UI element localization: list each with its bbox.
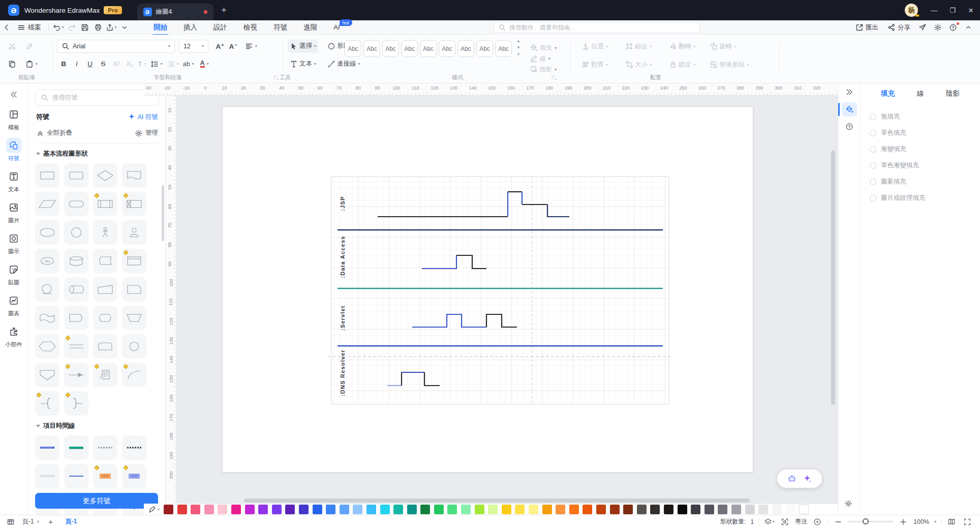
color-swatch[interactable] — [718, 505, 727, 514]
color-swatch[interactable] — [313, 505, 322, 514]
radio-icon[interactable] — [870, 195, 876, 201]
cut-button[interactable] — [6, 40, 18, 53]
shape-brace-left[interactable]: text — [35, 391, 59, 416]
color-swatch[interactable] — [637, 505, 647, 514]
color-swatch[interactable] — [164, 505, 173, 514]
shape-timeline-dashed-black[interactable] — [122, 435, 146, 460]
collapse-ribbon-button[interactable] — [962, 21, 975, 34]
style-preset-5[interactable]: Abc — [420, 40, 437, 57]
shape-arrow-connector[interactable] — [64, 363, 88, 387]
ribbon-tab-AI[interactable]: AIhot — [325, 20, 348, 35]
layers-button[interactable]: ▾ — [763, 517, 775, 527]
shape-timeline-bar-light[interactable] — [35, 464, 59, 488]
bold-button[interactable]: B — [57, 58, 70, 70]
style-preset-6[interactable]: Abc — [439, 40, 455, 57]
new-tab-button[interactable]: + — [217, 3, 232, 18]
symbol-search-input[interactable]: 搜尋符號 — [35, 90, 159, 106]
ribbon-tab-開始[interactable]: 開始 — [145, 20, 175, 35]
underline-button[interactable]: U — [83, 58, 97, 70]
sidebar-item-貼圖[interactable]: 貼圖 — [1, 259, 26, 290]
quick-export-button[interactable]: ▾ — [105, 21, 118, 34]
section-header-基本流程圖形狀[interactable]: 基本流程圖形狀 — [36, 150, 158, 158]
color-swatch[interactable] — [502, 505, 511, 514]
color-swatch[interactable] — [272, 505, 282, 514]
color-swatch[interactable] — [758, 505, 768, 514]
redo-button[interactable] — [65, 21, 78, 34]
italic-button[interactable]: I — [70, 58, 83, 70]
text-tool[interactable]: 文本▾ — [288, 57, 318, 71]
line-spacing-button[interactable]: ▾ — [148, 57, 165, 71]
rotate-button[interactable]: 旋轉▾ — [708, 40, 760, 53]
fill-panel-tab-陰影[interactable]: 陰影 — [946, 89, 960, 98]
palette-pen-button[interactable]: ▾ — [148, 506, 160, 514]
color-swatch[interactable] — [488, 505, 498, 514]
timing-diagram[interactable]: :JSP:Data Access:Servlet:DNS Resolver — [327, 175, 673, 405]
format-painter-button[interactable] — [23, 40, 36, 53]
shape-manual-operation[interactable] — [93, 277, 117, 302]
color-swatch[interactable] — [678, 505, 687, 514]
shape-title-rect[interactable] — [122, 249, 146, 273]
ribbon-tab-檢視[interactable]: 檢視 — [235, 20, 265, 35]
shape-person[interactable] — [93, 220, 117, 245]
page-grid-icon[interactable] — [5, 517, 16, 527]
canvas-vertical-scrollbar[interactable] — [831, 151, 835, 405]
color-swatch[interactable] — [461, 505, 471, 514]
shape-document[interactable] — [122, 163, 146, 188]
more-symbols-button[interactable]: 更多符號 — [35, 493, 158, 509]
style-dialog-launcher-icon[interactable] — [551, 75, 557, 80]
text-align-button[interactable]: ▾ — [243, 40, 259, 53]
focus-button[interactable]: 專注 — [795, 517, 807, 526]
shadow-button[interactable]: 陰影▾ — [530, 65, 557, 74]
expand-panel-button[interactable] — [838, 83, 861, 101]
color-swatch[interactable] — [475, 505, 484, 514]
style-preset-4[interactable]: Abc — [401, 40, 418, 57]
shape-timeline-dashed-gray[interactable] — [93, 435, 117, 460]
shape-horizontal-cylinder[interactable] — [64, 277, 88, 302]
back-button[interactable] — [0, 21, 13, 34]
shape-ellipse[interactable] — [35, 220, 59, 245]
shape-brace-right[interactable]: text — [64, 391, 88, 416]
radio-icon[interactable] — [870, 162, 876, 169]
shape-flag-wave[interactable] — [35, 306, 59, 330]
color-swatch[interactable] — [326, 505, 335, 514]
collapse-all-button[interactable]: 全部折疊 — [36, 129, 72, 137]
document-tab[interactable]: Ə 繪圖4 — [137, 4, 213, 20]
save-button[interactable] — [78, 21, 91, 34]
shape-off-page[interactable] — [122, 277, 146, 302]
style-more-icon[interactable]: ⇟ — [517, 52, 520, 56]
canvas[interactable]: :JSP:Data Access:Servlet:DNS Resolver — [177, 96, 838, 504]
minimize-button[interactable]: — — [925, 0, 943, 20]
fill-option-圖片或紋理填充[interactable]: 圖片或紋理填充 — [870, 191, 975, 204]
color-swatch[interactable] — [218, 505, 227, 514]
color-swatch[interactable] — [705, 505, 714, 514]
canvas-horizontal-scrollbar[interactable] — [244, 498, 750, 503]
shape-stadium[interactable] — [64, 192, 88, 216]
color-swatch[interactable] — [515, 505, 525, 514]
section-header-項目時間線[interactable]: 項目時間線 — [36, 422, 158, 430]
style-up-icon[interactable]: ▲ — [516, 39, 520, 43]
shape-text-block[interactable] — [93, 363, 117, 387]
color-swatch[interactable] — [583, 505, 592, 514]
fill-button[interactable]: 填充▾ — [530, 43, 557, 53]
manage-button[interactable]: 管理 — [135, 129, 158, 137]
fill-option-單色填充[interactable]: 單色填充 — [870, 126, 975, 139]
shape-delay[interactable] — [64, 306, 88, 330]
add-page-button[interactable]: + — [45, 517, 56, 527]
pan-map-button[interactable] — [946, 517, 957, 527]
color-swatch[interactable] — [366, 505, 376, 514]
strikethrough-button[interactable]: S — [97, 58, 110, 70]
sidebar-item-圖表[interactable]: 圖表 — [1, 290, 26, 321]
shape-predefined-process[interactable] — [93, 192, 117, 216]
color-swatch[interactable] — [380, 505, 390, 514]
color-swatch[interactable] — [569, 505, 579, 514]
radio-icon[interactable] — [870, 179, 876, 185]
color-swatch[interactable] — [745, 505, 755, 514]
color-swatch[interactable] — [407, 505, 417, 514]
color-swatch[interactable] — [204, 505, 214, 514]
shape-double-line[interactable] — [64, 334, 88, 359]
shape-merge-pentagon[interactable] — [35, 363, 59, 387]
zoom-level[interactable]: 100% — [913, 518, 929, 525]
shape-circle[interactable] — [64, 220, 88, 245]
fill-panel-tab-填充[interactable]: 填充 — [881, 89, 895, 98]
font-family-select[interactable]: Arial ▾ — [57, 40, 175, 53]
